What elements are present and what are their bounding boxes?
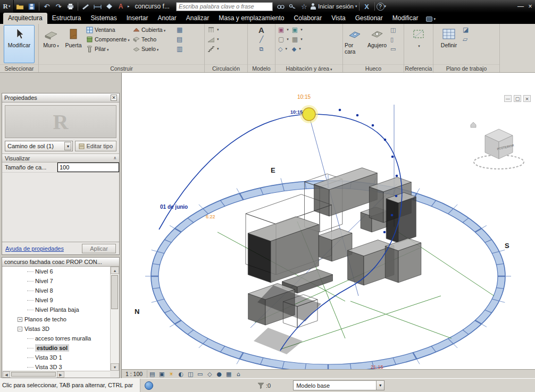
scroll-right-icon[interactable]: ▶ (57, 371, 64, 378)
sign-in-button[interactable]: Iniciar sesión (318, 3, 354, 10)
design-options-combo[interactable]: Modelo base ▼ (293, 380, 384, 390)
contorno-area-button[interactable]: ▦ (291, 35, 304, 44)
texto-modelo-button[interactable]: A (257, 25, 265, 35)
linea-modelo-button[interactable]: ╱ (258, 35, 264, 44)
show-crop-button[interactable]: ▭ (195, 371, 205, 378)
etiqueta-habitacion-button[interactable]: ◇ (277, 44, 290, 54)
tab-masa-y-emplazamiento[interactable]: Masa y emplazamiento (214, 13, 289, 24)
visual-style-button[interactable]: ▣ (157, 371, 166, 378)
browser-horizontal-scrollbar[interactable]: ◀ ▶ (3, 371, 110, 377)
browser-vertical-scrollbar[interactable]: ▲ ▼ (110, 267, 119, 371)
habitacion-button[interactable]: ▣ (277, 25, 290, 35)
tag-button[interactable] (104, 1, 114, 12)
definir-button[interactable]: Definir (437, 25, 461, 63)
hueco-buhardilla-button[interactable]: ▭ (389, 44, 400, 54)
componente-button[interactable]: Componente (85, 35, 131, 44)
panel-label-habitacion[interactable]: Habitación y área (275, 64, 342, 72)
properties-header[interactable]: Propiedades ✕ (2, 93, 119, 103)
techo-button[interactable]: Techo (132, 35, 174, 44)
hueco-vertical-button[interactable]: ▯ (389, 35, 400, 44)
open-icon[interactable] (14, 1, 25, 12)
panel-label-seleccionar[interactable]: Seleccionar (0, 64, 38, 72)
tab-colaborar[interactable]: Colaborar (289, 13, 327, 24)
grupo-modelo-button[interactable]: ⧉ (258, 44, 265, 54)
panel-label-circulacion[interactable]: Circulación (205, 64, 247, 72)
barandilla-button[interactable] (206, 25, 246, 35)
aligned-dimension-button[interactable] (92, 1, 103, 12)
undo-button[interactable]: ↶ (41, 1, 52, 12)
expand-icon[interactable]: + (18, 317, 22, 322)
etiqueta-area-button[interactable]: ◆ (291, 44, 304, 54)
qat-customize-icon[interactable]: ▸ (128, 5, 130, 8)
visor-plano-button[interactable]: ▱ (462, 35, 473, 44)
tab-gestionar[interactable]: Gestionar (350, 13, 388, 24)
panel-label-construir[interactable]: Construir (39, 64, 204, 72)
tree-item-planos-de-techo[interactable]: +Planos de techo (3, 314, 110, 324)
editar-tipo-button[interactable]: Editar tipo (75, 141, 116, 151)
param-value-input[interactable] (57, 163, 119, 172)
tree-item-nivel-7[interactable]: Nivel 7 (3, 276, 110, 286)
view-restore-icon[interactable]: ▢ (514, 95, 521, 102)
tree-item-vista-3d-3[interactable]: Vista 3D 3 (3, 362, 110, 371)
area-button[interactable]: ▣ (291, 25, 304, 35)
tree-item-acceso-torres-muralla[interactable]: acceso torres muralla (3, 334, 110, 343)
tab-analizar[interactable]: Analizar (181, 13, 214, 24)
modify-selection-dropdown[interactable]: ▾ (423, 15, 439, 24)
ventana-button[interactable]: Ventana (85, 25, 131, 35)
panel-label-referencia[interactable]: Referencia (404, 64, 433, 72)
tree-item-estudio-sol[interactable]: estudio sol (3, 343, 110, 353)
tab-arquitectura[interactable]: Arquitectura (3, 13, 47, 24)
reveal-hidden-button[interactable]: ▦ (224, 371, 233, 378)
tree-item-vistas-3d[interactable]: −Vistas 3D (3, 324, 110, 334)
chevron-down-icon[interactable]: ▼ (64, 142, 71, 150)
cubierta-button[interactable]: Cubierta (132, 25, 174, 35)
save-icon[interactable] (26, 1, 37, 12)
sun-date-label[interactable]: 01 de junio (160, 204, 188, 210)
tree-item-nivel-8[interactable]: Nivel 8 (3, 286, 110, 295)
collapse-icon[interactable]: − (18, 327, 22, 331)
separador-habitacion-button[interactable]: ▢ (277, 35, 290, 44)
drawing-area[interactable]: POSTERIOR — ▢ × 10:15 10:15 01 de junio … (121, 73, 535, 378)
sun-path-button[interactable]: ☀ (166, 371, 176, 378)
rejilla-cortina-button[interactable]: ▤ (175, 35, 186, 44)
close-button[interactable]: × (525, 3, 535, 10)
tab-sistemas[interactable]: Sistemas (86, 13, 121, 24)
panel-label-modelo[interactable]: Modelo (248, 64, 275, 72)
group-visualizar[interactable]: Visualizar ∧ (2, 154, 119, 163)
filter-icon[interactable] (257, 382, 264, 389)
tab-vista[interactable]: Vista (327, 13, 350, 24)
help-button[interactable]: ? (377, 3, 384, 11)
muro-cortina-button[interactable]: ▦ (175, 25, 186, 35)
shadows-button[interactable]: ◐ (176, 371, 186, 378)
search-button[interactable] (275, 1, 286, 12)
rampa-button[interactable] (206, 35, 246, 44)
viewcube-home-icon[interactable] (471, 122, 476, 127)
search-input[interactable] (176, 2, 273, 11)
plano-referencia-button[interactable] (407, 25, 430, 63)
tree-item-vista-3d-1[interactable]: Vista 3D 1 (3, 353, 110, 362)
scale-button[interactable]: 1 : 100 (123, 370, 147, 378)
aplicar-button[interactable]: Aplicar (82, 244, 116, 253)
modificar-button[interactable]: Modificar (4, 25, 35, 63)
worksharing-icon[interactable] (145, 381, 153, 390)
chevron-down-icon[interactable]: ▾ (384, 5, 387, 8)
browser-header[interactable]: concurso fachada coac PROP CON... (2, 258, 119, 267)
pilar-button[interactable]: Pilar (85, 44, 131, 54)
por-cara-button[interactable]: Por cara (344, 25, 365, 63)
scrollbar-thumb[interactable] (111, 275, 118, 309)
montante-button[interactable]: ▥ (175, 44, 186, 54)
tab-modificar[interactable]: Modificar (388, 13, 423, 24)
type-selector-combo[interactable]: Camino de sol (1) ▼ (5, 141, 73, 151)
view-close-icon[interactable]: × (523, 95, 531, 102)
scroll-down-icon[interactable]: ▼ (111, 363, 119, 371)
print-button[interactable] (65, 1, 76, 12)
close-icon[interactable]: ✕ (111, 95, 117, 101)
properties-help-link[interactable]: Ayuda de propiedades (5, 245, 64, 252)
puerta-button[interactable]: Puerta (62, 25, 85, 63)
scroll-left-icon[interactable]: ◀ (3, 371, 10, 378)
redo-button[interactable]: ↷ (53, 1, 64, 12)
minimize-button[interactable]: — (516, 3, 525, 10)
tree-item-nivel-6[interactable]: Nivel 6 (3, 267, 110, 276)
detail-level-button[interactable]: ▤ (147, 371, 157, 378)
hide-isolate-button[interactable]: ● (214, 371, 224, 378)
